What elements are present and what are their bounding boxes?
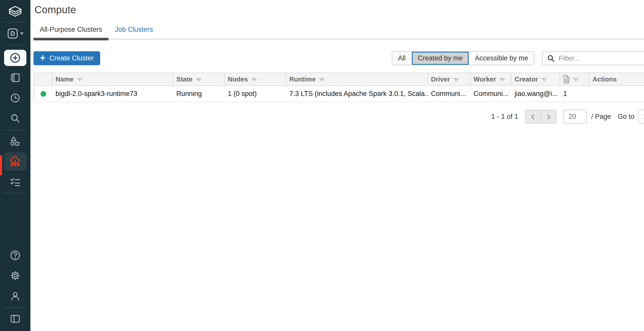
tab-job-clusters[interactable]: Job Clusters [109, 23, 159, 39]
cluster-notebooks-cell: 1 [560, 86, 589, 102]
chevron-right-icon [545, 113, 552, 121]
tab-all-purpose-clusters[interactable]: All-Purpose Clusters [33, 23, 109, 39]
next-page-button[interactable] [541, 110, 557, 124]
sort-icon [319, 78, 325, 82]
pager-buttons [525, 110, 557, 124]
search-icon [10, 113, 21, 124]
previous-page-button[interactable] [525, 110, 541, 124]
sidebar-item-search[interactable] [4, 109, 26, 127]
sidebar-divider [4, 129, 26, 130]
sort-icon [573, 78, 579, 82]
tab-bar: All-Purpose Clusters Job Clusters [33, 23, 644, 40]
svg-text:D: D [10, 30, 15, 37]
filter-input[interactable] [559, 54, 644, 62]
workspace-switcher[interactable]: D [4, 24, 26, 43]
cluster-state-cell: Running [173, 86, 225, 102]
filter-created-by-me-button[interactable]: Created by me [412, 52, 469, 65]
cluster-driver-cell: Communi... [428, 86, 471, 102]
sidebar: D [0, 0, 30, 331]
column-header-runtime[interactable]: Runtime [286, 73, 428, 85]
settings-button[interactable] [4, 267, 26, 285]
column-header-status [34, 73, 52, 85]
ownership-filter-group: All Created by me Accessible by me [392, 51, 534, 65]
cluster-cloud-icon [10, 156, 21, 167]
sidebar-item-recents[interactable] [4, 89, 26, 107]
databricks-logo-icon[interactable] [4, 4, 26, 20]
column-header-notebooks[interactable] [560, 73, 589, 85]
shapes-icon [10, 136, 21, 146]
sidebar-item-workspace[interactable] [4, 69, 26, 87]
sidebar-divider [4, 193, 26, 193]
cluster-worker-cell: Communi... [471, 86, 512, 102]
page-size-input[interactable] [563, 110, 587, 124]
chevron-down-icon [20, 32, 24, 35]
table-header-row: Name State Nodes Runtime Driver [34, 73, 644, 86]
pagination: 1 - 1 of 1 / Page Go to [33, 110, 644, 124]
cluster-name-cell[interactable]: bigdl-2.0-spark3-runtime73 [52, 86, 173, 102]
sidebar-divider [4, 22, 26, 22]
column-header-name[interactable]: Name [52, 73, 173, 85]
column-header-worker[interactable]: Worker [471, 73, 512, 85]
table-row[interactable]: bigdl-2.0-spark3-runtime73 Running 1 (0 … [34, 86, 644, 102]
sort-icon [77, 78, 83, 82]
document-icon [563, 75, 570, 84]
pagination-range-label: 1 - 1 of 1 [491, 113, 518, 121]
goto-page-input[interactable] [638, 110, 644, 124]
plus-circle-icon [9, 52, 21, 64]
plus-icon: + [40, 53, 45, 62]
running-status-dot [41, 91, 46, 97]
page-title: Compute [34, 4, 644, 15]
sort-icon [499, 78, 505, 82]
help-icon [10, 250, 21, 261]
checklist-icon [10, 176, 21, 187]
toolbar: + Create Cluster All Created by me Acces… [33, 51, 644, 65]
workspace-d-icon: D [7, 28, 18, 39]
sidebar-divider [4, 45, 26, 45]
filter-accessible-by-me-button[interactable]: Accessible by me [469, 52, 534, 65]
column-header-state[interactable]: State [173, 73, 225, 85]
sidebar-divider [4, 307, 26, 308]
cluster-status-cell [34, 86, 52, 102]
create-cluster-button[interactable]: + Create Cluster [33, 51, 100, 65]
sidebar-item-jobs[interactable] [4, 173, 26, 191]
clusters-table: Name State Nodes Runtime Driver [33, 73, 644, 102]
column-header-creator[interactable]: Creator [511, 73, 560, 85]
sort-icon [195, 78, 202, 82]
create-cluster-label: Create Cluster [49, 54, 94, 62]
cluster-creator-cell: jiao.wang@i... [511, 86, 560, 102]
filter-search-box [542, 51, 644, 65]
panel-icon [10, 313, 21, 324]
search-icon [547, 55, 555, 62]
clock-icon [10, 93, 21, 103]
main-content: Compute All-Purpose Clusters Job Cluster… [30, 0, 644, 331]
compute-active-indicator [0, 155, 2, 175]
sort-icon [453, 78, 459, 82]
person-icon [10, 291, 21, 301]
help-button[interactable] [4, 246, 26, 264]
page-size-suffix: / Page [591, 113, 611, 121]
cluster-nodes-cell: 1 (0 spot) [225, 86, 286, 102]
cluster-runtime-cell: 7.3 LTS (includes Apache Spark 3.0.1, Sc… [286, 86, 428, 102]
column-header-driver[interactable]: Driver [428, 73, 471, 85]
collapse-sidebar-button[interactable] [4, 310, 26, 328]
sidebar-item-create[interactable] [4, 50, 26, 66]
gear-icon [10, 270, 21, 281]
sort-icon [251, 78, 257, 82]
sidebar-item-data[interactable] [4, 132, 26, 150]
app-window: D [0, 0, 644, 331]
column-header-actions: Actions [589, 73, 644, 85]
sidebar-item-compute[interactable] [4, 152, 26, 171]
account-button[interactable] [4, 287, 26, 305]
sort-icon [541, 78, 547, 82]
toolbar-right: All Created by me Accessible by me [392, 51, 644, 65]
goto-label: Go to [618, 113, 634, 121]
filter-all-button[interactable]: All [392, 52, 412, 65]
chevron-left-icon [529, 113, 537, 121]
cluster-actions-cell [589, 86, 644, 102]
notebook-icon [10, 72, 21, 83]
column-header-nodes[interactable]: Nodes [225, 73, 286, 85]
